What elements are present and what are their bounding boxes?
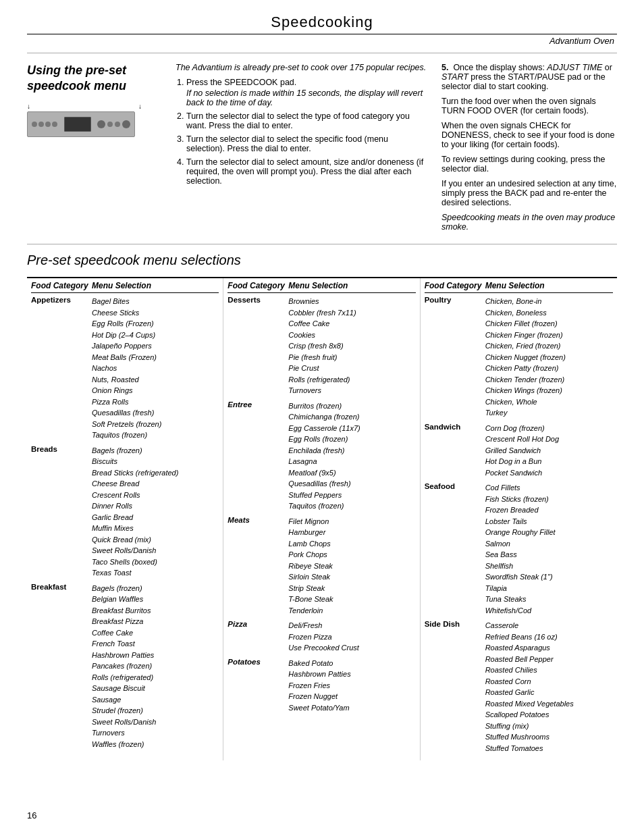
intro-right: 5. Once the display shows: ADJUST TIME o…	[441, 63, 617, 237]
oven-button-5	[107, 122, 113, 127]
intro-right-p3: When the oven signals CHECK for DONENESS…	[441, 121, 617, 149]
intro-middle: The Advantium is already pre-set to cook…	[176, 63, 428, 237]
oven-button-2	[38, 122, 44, 127]
cat-name-breakfast: Breakfast	[31, 583, 92, 750]
cat-row-breads: Breads Bagels (frozen)BiscuitsBread Stic…	[31, 445, 219, 579]
table-section: Food Category Menu Selection Appetizers …	[27, 277, 617, 760]
intro-left: Using the pre-set speedcook menu ↓ ↓	[27, 63, 162, 237]
cat-name-breads: Breads	[31, 445, 92, 579]
intro-right-p2: Turn the food over when the oven signals…	[441, 97, 617, 115]
cat-row-meats: Meats Filet MignonHamburgerLamb ChopsPor…	[227, 516, 415, 617]
top-section-divider	[27, 53, 617, 53]
oven-arrows: ↓ ↓	[27, 103, 142, 110]
cat-row-desserts: Desserts BrowniesCobbler (fresh 7x11)Cof…	[227, 296, 415, 396]
cat-name-entree: Entree	[227, 400, 288, 512]
cat-items-desserts: BrowniesCobbler (fresh 7x11)Coffee CakeC…	[288, 296, 415, 396]
intro-steps: Press the SPEEDCOOK pad. If no selection…	[176, 78, 428, 186]
oven-button-6	[115, 122, 120, 127]
cat-items-potatoes: Baked PotatoHashbrown PattiesFrozen Frie…	[288, 658, 415, 714]
cat-row-sandwich: Sandwich Corn Dog (frozen)Crescent Roll …	[425, 423, 613, 479]
oven-dial-1	[97, 120, 105, 128]
cat-row-seafood: Seafood Cod FilletsFish Sticks (frozen)F…	[425, 482, 613, 616]
preset-section-title: Pre-set speedcook menu selections	[27, 251, 617, 269]
cat-row-appetizers: Appetizers Bagel BitesCheese SticksEgg R…	[31, 296, 219, 441]
cat-row-side-dish: Side Dish CasseroleRefried Beans (16 oz)…	[425, 620, 613, 754]
cat-items-sandwich: Corn Dog (frozen)Crescent Roll Hot DogGr…	[485, 423, 613, 479]
oven-body	[27, 111, 135, 137]
cat-name-appetizers: Appetizers	[31, 296, 92, 441]
col-header-1: Food Category Menu Selection	[31, 281, 219, 293]
cat-row-pizza: Pizza Deli/FreshFrozen PizzaUse Precooke…	[227, 620, 415, 654]
intro-right-p4: To review settings during cooking, press…	[441, 155, 617, 174]
intro-right-p5: If you enter an undesired selection at a…	[441, 179, 617, 207]
oven-button-3	[45, 122, 51, 127]
page-number: 16	[27, 810, 36, 820]
cat-row-breakfast: Breakfast Bagels (frozen)Belgian Waffles…	[31, 583, 219, 750]
col-header-2: Food Category Menu Selection	[227, 281, 415, 293]
three-col-table: Food Category Menu Selection Appetizers …	[27, 277, 617, 760]
intro-left-title: Using the pre-set speedcook menu	[27, 63, 162, 95]
page: Speedcooking Advantium Oven Using the pr…	[0, 0, 644, 834]
cat-name-potatoes: Potatoes	[227, 658, 288, 714]
intro-step-3: Turn the selector dial to select the spe…	[186, 134, 428, 153]
cat-name-pizza: Pizza	[227, 620, 288, 654]
oven-button-4	[52, 122, 57, 127]
header-title: Speedcooking	[27, 14, 617, 31]
intro-step-2: Turn the selector dial to select the typ…	[186, 111, 428, 130]
oven-display	[64, 117, 91, 132]
header-divider	[27, 34, 617, 34]
intro-step-1-note: If no selection is made within 15 second…	[186, 88, 428, 107]
intro-step-4: Turn the selector dial to select amount,…	[186, 157, 428, 186]
cat-items-entree: Burritos (frozen)Chimichanga (frozen)Egg…	[288, 400, 415, 512]
cat-items-side-dish: CasseroleRefried Beans (16 oz)Roasted As…	[485, 620, 613, 754]
intro-right-p1: 5. Once the display shows: ADJUST TIME o…	[441, 63, 617, 91]
cat-items-poultry: Chicken, Bone-inChicken, BonelessChicken…	[485, 296, 613, 419]
header: Speedcooking Advantium Oven	[27, 14, 617, 46]
col3-menu-sel-header: Menu Selection	[485, 281, 613, 290]
intro-italic-text: The Advantium is already pre-set to cook…	[176, 63, 428, 72]
cat-row-poultry: Poultry Chicken, Bone-inChicken, Boneles…	[425, 296, 613, 419]
cat-items-breads: Bagels (frozen)BiscuitsBread Sticks (ref…	[92, 445, 219, 579]
header-subtitle: Advantium Oven	[27, 36, 617, 46]
col2-food-cat-header: Food Category	[227, 281, 288, 290]
col3-food-cat-header: Food Category	[425, 281, 485, 290]
intro-right-p6: Speedcooking meats in the oven may produ…	[441, 213, 617, 232]
cat-row-potatoes: Potatoes Baked PotatoHashbrown PattiesFr…	[227, 658, 415, 714]
cat-items-breakfast: Bagels (frozen)Belgian WafflesBreakfast …	[92, 583, 219, 750]
cat-name-desserts: Desserts	[227, 296, 288, 396]
col-block-2: Food Category Menu Selection Desserts Br…	[223, 278, 420, 760]
col2-menu-sel-header: Menu Selection	[288, 281, 415, 290]
col-header-3: Food Category Menu Selection	[425, 281, 613, 293]
cat-items-meats: Filet MignonHamburgerLamb ChopsPork Chop…	[288, 516, 415, 617]
cat-name-poultry: Poultry	[425, 296, 485, 419]
cat-items-seafood: Cod FilletsFish Sticks (frozen)Frozen Br…	[485, 482, 613, 616]
cat-name-seafood: Seafood	[425, 482, 485, 616]
oven-dial-2	[122, 120, 130, 128]
oven-button-1	[32, 122, 37, 127]
cat-name-sandwich: Sandwich	[425, 423, 485, 479]
cat-name-meats: Meats	[227, 516, 288, 617]
col-block-1: Food Category Menu Selection Appetizers …	[27, 278, 223, 760]
col1-food-cat-header: Food Category	[31, 281, 92, 290]
col1-menu-sel-header: Menu Selection	[92, 281, 219, 290]
intro-step-1: Press the SPEEDCOOK pad. If no selection…	[186, 78, 428, 107]
cat-row-entree: Entree Burritos (frozen)Chimichanga (fro…	[227, 400, 415, 512]
cat-items-appetizers: Bagel BitesCheese SticksEgg Rolls (Froze…	[92, 296, 219, 441]
oven-illustration: ↓ ↓	[27, 103, 162, 137]
intro-section: Using the pre-set speedcook menu ↓ ↓	[27, 63, 617, 237]
cat-items-pizza: Deli/FreshFrozen PizzaUse Precooked Crus…	[288, 620, 415, 654]
cat-name-side-dish: Side Dish	[425, 620, 485, 754]
col-block-3: Food Category Menu Selection Poultry Chi…	[421, 278, 617, 760]
mid-section-divider	[27, 244, 617, 244]
